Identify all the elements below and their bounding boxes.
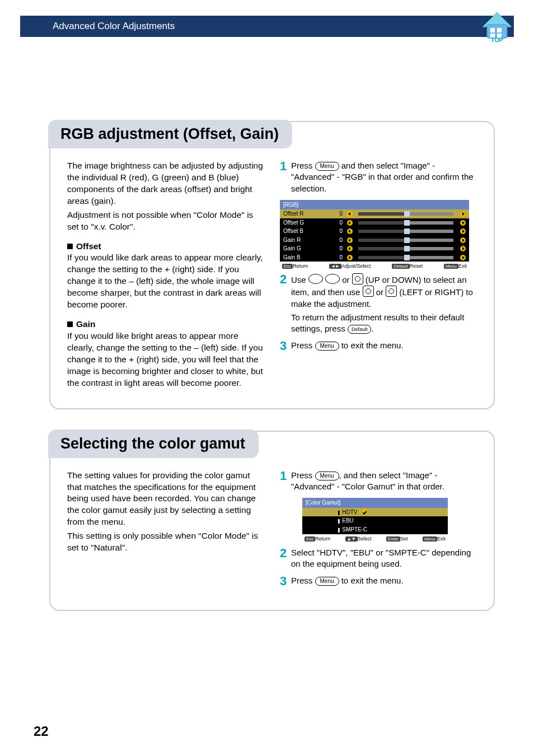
step1-a: Press (291, 161, 315, 170)
up-oval-icon (308, 274, 323, 284)
left-arrow-icon (347, 246, 353, 251)
step3-b: to exit the menu. (339, 340, 404, 350)
rgb-row: Offset B0 (280, 227, 469, 236)
rgb-row: Offset R0 (280, 209, 469, 218)
left-arrow-icon (347, 255, 353, 260)
rgb-menu-footer: EscReturn ◄►Adjust/Select DefaultReset M… (280, 262, 469, 271)
section-rgb-adjustment: RGB adjustment (Offset, Gain) The image … (49, 121, 495, 409)
rgb-row: Offset G0 (280, 218, 469, 227)
svg-rect-1 (490, 28, 495, 32)
menu-button-icon: Menu (315, 342, 339, 351)
step2-a: Use (291, 275, 308, 284)
step2-note-end: . (371, 324, 373, 333)
step2-note: To return the adjustment results to thei… (291, 312, 464, 333)
gamut-menu-title: [Color Gamut] (302, 498, 448, 508)
rgb-menu-title: [RGB] (280, 200, 469, 210)
rgb-row: Gain G0 (280, 244, 469, 253)
section-title: RGB adjustment (Offset, Gain) (48, 120, 292, 148)
right-arrow-icon (460, 237, 466, 243)
step-num-2: 2 (280, 273, 288, 286)
offset-heading: Offset (67, 241, 264, 253)
gamut-menu-screenshot: [Color Gamut] HDTV EBU SMPTE-C EscReturn… (302, 498, 448, 544)
left-arrow-icon (347, 220, 353, 226)
menu-button-icon: Menu (315, 162, 339, 171)
header-title: Advanced Color Adjustments (53, 21, 175, 32)
offset-body: If you would like dark areas to appear m… (67, 252, 264, 311)
default-button-icon: Default (348, 325, 372, 334)
down-oval-icon (325, 274, 340, 284)
dpad-icon (352, 273, 363, 284)
left-arrow-icon (347, 228, 353, 234)
step2-text: Select "HDTV", "EBU" or "SMPTE-C" depend… (291, 547, 477, 570)
step-3: 3 Press Menu to exit the menu. (280, 575, 477, 587)
note-text: This setting is only possible when "Colo… (67, 530, 264, 554)
step-num-3: 3 (280, 340, 288, 352)
step-1: 1 Press Menu and then select "Image" - "… (280, 160, 477, 194)
step-2: 2 Select "HDTV", "EBU" or "SMPTE-C" depe… (280, 547, 477, 570)
right-arrow-icon (460, 246, 466, 251)
section-title: Selecting the color gamut (48, 430, 259, 458)
note-text: Adjustment is not possible when "Color M… (67, 209, 264, 233)
gain-body: If you would like bright areas to appear… (67, 330, 264, 389)
intro-text: The setting values for providing the col… (67, 470, 264, 529)
right-col: 1 Press Menu, and then select "Image" - … (280, 470, 477, 594)
header-bar: Advanced Color Adjustments (20, 16, 514, 37)
page-number: 22 (34, 724, 49, 739)
dpad-horiz-icon (363, 286, 374, 297)
step2-b: or (340, 275, 352, 284)
check-icon (362, 509, 367, 515)
step-num-1: 1 (280, 160, 288, 172)
menu-button-icon: Menu (315, 472, 339, 480)
rgb-row: Gain B0 (280, 253, 469, 262)
left-col: The setting values for providing the col… (67, 470, 264, 594)
right-arrow-icon (460, 220, 466, 226)
step-1: 1 Press Menu, and then select "Image" - … (280, 470, 477, 493)
step2-d: or (374, 287, 386, 297)
left-arrow-icon (347, 211, 353, 217)
right-arrow-icon (460, 228, 466, 234)
right-arrow-icon (460, 255, 466, 260)
gamut-menu-footer: EscReturn ▲▼Select EnterSet MenuExit (302, 534, 448, 544)
step-3: 3 Press Menu to exit the menu. (280, 340, 477, 352)
intro-text: The image brightness can be adjusted by … (67, 160, 264, 207)
dpad-icon-2 (386, 286, 397, 297)
left-col: The image brightness can be adjusted by … (67, 160, 264, 391)
rgb-row: Gain R0 (280, 236, 469, 245)
section-color-gamut: Selecting the color gamut The setting va… (49, 431, 495, 612)
left-arrow-icon (347, 237, 353, 243)
step-2: 2 Use or (UP or DOWN) to select an item,… (280, 273, 477, 334)
right-arrow-icon (460, 211, 466, 217)
svg-rect-2 (497, 28, 502, 32)
gamut-option-smpte: SMPTE-C (302, 525, 448, 534)
gamut-option-hdtv: HDTV (302, 508, 448, 517)
gamut-option-ebu: EBU (302, 516, 448, 525)
top-logo-icon: TOP (480, 11, 514, 43)
step3-a: Press (291, 340, 315, 350)
rgb-menu-screenshot: [RGB] Offset R0Offset G0Offset B0Gain R0… (280, 200, 469, 271)
menu-button-icon: Menu (315, 577, 339, 586)
svg-text:TOP: TOP (491, 36, 503, 43)
right-col: 1 Press Menu and then select "Image" - "… (280, 160, 477, 391)
gain-heading: Gain (67, 319, 264, 330)
